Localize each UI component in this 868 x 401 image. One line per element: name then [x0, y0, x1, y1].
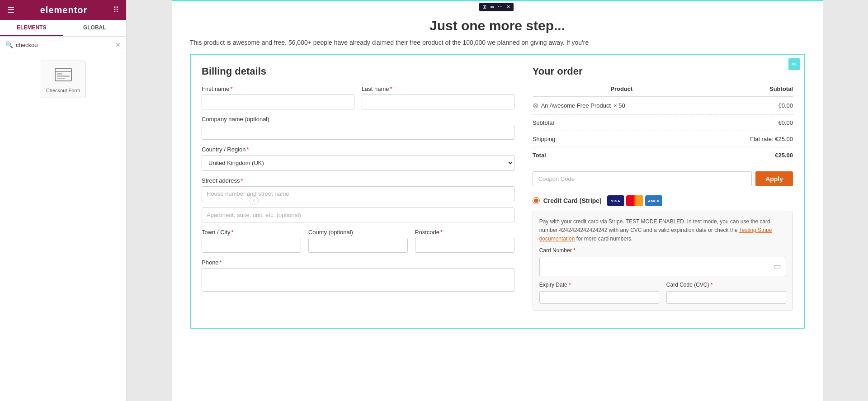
- county-label: County (optional): [308, 229, 408, 236]
- search-input[interactable]: [16, 42, 115, 48]
- canvas: ⊞ ⇔ ⋯ ✕ Just one more step... This produ…: [172, 0, 823, 401]
- shipping-value: Flat rate: €25.00: [711, 131, 793, 147]
- street-group: Street address*: [202, 177, 514, 201]
- total-row: Total €25.00: [533, 147, 793, 164]
- total-value: €25.00: [711, 147, 793, 164]
- block-handle-more[interactable]: ⋯: [496, 4, 504, 10]
- payment-info-text-after: for more card numbers.: [576, 236, 633, 242]
- postcode-label: Postcode*: [415, 229, 514, 236]
- sidebar: ☰ elementor ⠿ ELEMENTS GLOBAL 🔍 ✕ Checko…: [0, 0, 127, 401]
- country-group: Country / Region* United Kingdom (UK) Un…: [202, 146, 514, 171]
- svg-rect-3: [57, 75, 70, 77]
- payment-section: Credit Card (Stripe) VISA AMEX Pay with …: [533, 195, 793, 311]
- search-wrap: 🔍 ✕: [0, 37, 126, 53]
- expiry-label: Expiry Date *: [539, 281, 659, 289]
- main-canvas-area: ⊞ ⇔ ⋯ ✕ Just one more step... This produ…: [127, 0, 868, 401]
- mastercard-icon: [626, 195, 643, 206]
- page-heading: Just one more step...: [190, 18, 805, 33]
- cvc-required: *: [709, 282, 713, 288]
- tab-global[interactable]: GLOBAL: [63, 20, 127, 36]
- company-label: Company name (optional): [202, 116, 514, 123]
- name-row: First name* Last name*: [202, 85, 514, 109]
- apt-input[interactable]: [202, 208, 514, 222]
- payment-label: Credit Card (Stripe): [543, 197, 602, 204]
- order-table: Product Subtotal ⊗ An Awesome Free: [533, 85, 793, 163]
- county-group: County (optional): [308, 229, 408, 253]
- block-handle-arrows[interactable]: ⇔: [489, 4, 495, 10]
- payment-info-text: Pay with your credit card via Stripe. TE…: [539, 218, 770, 233]
- phone-input[interactable]: [202, 268, 514, 292]
- billing-section: Billing details First name*: [202, 66, 514, 317]
- card-number-group: Card Number * ▭: [539, 246, 786, 276]
- visa-icon: VISA: [607, 195, 624, 206]
- order-product-price: €0.00: [711, 96, 793, 115]
- billing-title: Billing details: [202, 66, 514, 77]
- amex-icon: AMEX: [645, 195, 662, 206]
- sidebar-collapse-btn[interactable]: ‹: [250, 196, 259, 205]
- city-input[interactable]: [202, 238, 301, 253]
- company-input[interactable]: [202, 125, 514, 140]
- country-label: Country / Region*: [202, 146, 514, 153]
- widget-icon: [54, 67, 72, 85]
- last-name-group: Last name*: [362, 85, 514, 109]
- page-description: This product is awesome and free. 56,000…: [172, 38, 823, 54]
- checkout-edit-button[interactable]: ✏: [788, 58, 800, 70]
- coupon-apply-button[interactable]: Apply: [755, 171, 793, 186]
- elementor-logo: elementor: [40, 5, 88, 15]
- street-input[interactable]: [202, 186, 514, 201]
- checkout-container: ✏ Billing details First name*: [190, 54, 805, 329]
- checkout-form-widget[interactable]: Checkout Form: [41, 61, 86, 98]
- widget-area: Checkout Form: [0, 53, 126, 105]
- first-name-input[interactable]: [202, 94, 354, 109]
- card-number-label: Card Number *: [539, 246, 786, 255]
- tab-elements[interactable]: ELEMENTS: [0, 20, 63, 36]
- block-handle-move[interactable]: ⊞: [481, 4, 488, 10]
- page-heading-section: Just one more step...: [172, 9, 823, 38]
- city-label: Town / City*: [202, 229, 301, 236]
- col-subtotal: Subtotal: [711, 85, 793, 96]
- grid-icon[interactable]: ⠿: [113, 5, 119, 15]
- postcode-input[interactable]: [415, 238, 514, 253]
- shipping-label: Shipping: [533, 131, 711, 147]
- clear-search-icon[interactable]: ✕: [115, 41, 121, 48]
- last-name-input[interactable]: [362, 94, 514, 109]
- company-group: Company name (optional): [202, 116, 514, 140]
- coupon-input[interactable]: [533, 171, 752, 186]
- postcode-group: Postcode*: [415, 229, 514, 253]
- payment-radio-stripe[interactable]: [533, 197, 540, 204]
- subtotal-label: Subtotal: [533, 115, 711, 131]
- product-qty: × 50: [613, 102, 625, 109]
- cvc-group: Card Code (CVC) *: [666, 281, 786, 304]
- expiry-cvc-row: Expiry Date * Card Code (CVC) *: [539, 281, 786, 304]
- county-input[interactable]: [308, 238, 408, 253]
- card-type-icon: ▭: [774, 260, 781, 273]
- phone-label: Phone*: [202, 259, 514, 266]
- order-title: Your order: [533, 66, 793, 77]
- expiry-input[interactable]: [539, 291, 659, 304]
- search-icon: 🔍: [5, 41, 13, 48]
- product-icon: ⊗: [533, 101, 538, 110]
- order-product-cell: ⊗ An Awesome Free Product × 50: [533, 96, 711, 115]
- svg-rect-2: [57, 73, 62, 75]
- widget-label: Checkout Form: [46, 88, 80, 93]
- subtotal-row: Subtotal €0.00: [533, 115, 793, 131]
- cvc-input[interactable]: [666, 291, 786, 304]
- order-section: Your order Product Subtotal: [533, 66, 793, 317]
- order-product-row: ⊗ An Awesome Free Product × 50 €0.00: [533, 96, 793, 115]
- checkout-inner: Billing details First name*: [202, 66, 793, 317]
- apt-group: [202, 208, 514, 222]
- product-name: An Awesome Free Product: [541, 102, 611, 109]
- subtotal-value: €0.00: [711, 115, 793, 131]
- card-number-input[interactable]: [544, 263, 774, 270]
- coupon-row: Apply: [533, 171, 793, 186]
- city-group: Town / City*: [202, 229, 301, 253]
- phone-group: Phone*: [202, 259, 514, 292]
- country-select[interactable]: United Kingdom (UK) United States (US) G…: [202, 155, 514, 171]
- card-number-input-wrap: ▭: [539, 257, 786, 276]
- hamburger-icon[interactable]: ☰: [7, 5, 14, 15]
- expiry-required: *: [567, 282, 571, 288]
- expiry-group: Expiry Date *: [539, 281, 659, 304]
- block-handle-close[interactable]: ✕: [505, 4, 512, 10]
- col-product: Product: [533, 85, 711, 96]
- last-name-label: Last name*: [362, 85, 514, 92]
